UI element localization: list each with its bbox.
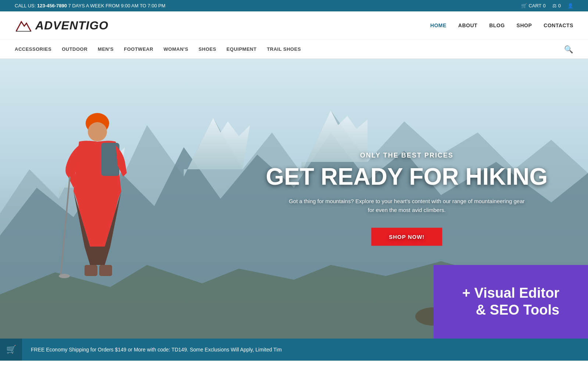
- nav-home[interactable]: HOME: [430, 22, 447, 28]
- cat-womans[interactable]: WOMAN'S: [164, 40, 188, 59]
- logo-text: ADVENTIGO: [35, 19, 108, 32]
- hero-cta-button[interactable]: SHOP NOW!: [371, 228, 442, 246]
- cat-shoes[interactable]: SHOES: [198, 40, 216, 59]
- compare-button[interactable]: ⚖ 0: [552, 3, 561, 8]
- visual-editor-text: + Visual Editor & SEO Tools: [462, 285, 559, 318]
- main-navigation: HOME ABOUT BLOG SHOP CONTACTS: [430, 22, 573, 28]
- cat-mens[interactable]: MEN'S: [98, 40, 114, 59]
- user-account-button[interactable]: 👤: [567, 3, 573, 8]
- compare-icon: ⚖: [552, 3, 557, 8]
- nav-blog[interactable]: BLOG: [489, 22, 505, 28]
- search-icon: 🔍: [564, 45, 573, 53]
- compare-count: 0: [558, 3, 561, 8]
- user-icon: 👤: [567, 3, 573, 8]
- logo[interactable]: ADVENTIGO: [15, 18, 108, 33]
- shipping-text: FREE Economy Shipping for Orders $149 or…: [22, 347, 291, 353]
- svg-point-12: [88, 122, 107, 141]
- nav-shop[interactable]: SHOP: [517, 22, 532, 28]
- cart-count: 0: [543, 3, 546, 8]
- logo-icon: [15, 18, 32, 33]
- cat-accessories[interactable]: ACCESSORIES: [15, 40, 51, 59]
- hero-title: GET READY FOR HIKING: [266, 164, 548, 190]
- svg-rect-15: [99, 265, 112, 276]
- hero-section: ONLY THE BEST PRICES GET READY FOR HIKIN…: [0, 59, 588, 339]
- visual-editor-badge: + Visual Editor & SEO Tools: [434, 265, 588, 339]
- site-header: ADVENTIGO HOME ABOUT BLOG SHOP CONTACTS: [0, 11, 588, 40]
- cart-shipping-icon: 🛒: [6, 345, 16, 354]
- svg-rect-14: [85, 265, 97, 276]
- cat-trail-shoes[interactable]: TRAIL SHOES: [267, 40, 301, 59]
- phone-number[interactable]: 123-456-7890: [37, 3, 67, 8]
- top-bar-contact: CALL US: 123-456-7890 7 DAYS A WEEK FROM…: [15, 3, 165, 8]
- hours-text: 7 DAYS A WEEK FROM 9:00 AM TO 7:00 PM: [68, 3, 165, 8]
- cat-footwear[interactable]: FOOTWEAR: [124, 40, 153, 59]
- category-links: ACCESSORIES OUTDOOR MEN'S FOOTWEAR WOMAN…: [15, 40, 301, 59]
- cat-equipment[interactable]: EQUIPMENT: [226, 40, 257, 59]
- cart-button[interactable]: 🛒 CART 0: [521, 3, 545, 8]
- nav-contacts[interactable]: CONTACTS: [544, 22, 573, 28]
- visual-editor-line2: & SEO Tools: [462, 302, 559, 319]
- hero-description: Got a thing for mountains? Explore to yo…: [286, 197, 528, 215]
- cat-outdoor[interactable]: OUTDOOR: [62, 40, 87, 59]
- cart-icon: 🛒: [521, 3, 527, 8]
- nav-about[interactable]: ABOUT: [458, 22, 477, 28]
- visual-editor-line1: + Visual Editor: [462, 285, 559, 302]
- search-button[interactable]: 🔍: [564, 45, 573, 54]
- svg-point-17: [59, 274, 70, 278]
- top-bar: CALL US: 123-456-7890 7 DAYS A WEEK FROM…: [0, 0, 588, 11]
- cart-label: CART: [528, 3, 541, 8]
- call-label: CALL US:: [15, 3, 36, 8]
- hero-content: ONLY THE BEST PRICES GET READY FOR HIKIN…: [266, 152, 548, 246]
- logo-text-a: A: [35, 19, 44, 32]
- bottom-shipping-banner: 🛒 FREE Economy Shipping for Orders $149 …: [0, 339, 588, 361]
- shipping-cart-icon: 🛒: [0, 339, 22, 361]
- category-navigation: ACCESSORIES OUTDOOR MEN'S FOOTWEAR WOMAN…: [0, 40, 588, 59]
- hero-subtitle: ONLY THE BEST PRICES: [266, 152, 548, 159]
- top-bar-actions: 🛒 CART 0 ⚖ 0 👤: [521, 3, 573, 8]
